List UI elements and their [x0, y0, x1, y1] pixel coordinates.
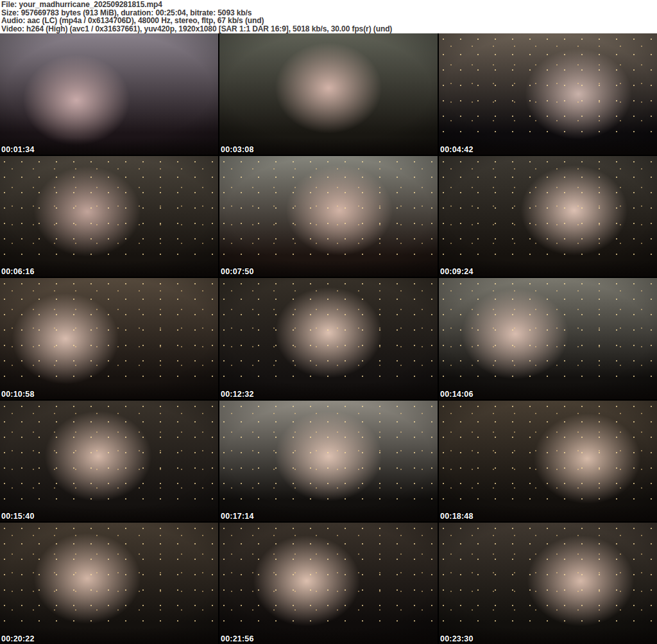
video-line: Video: h264 (High) (avc1 / 0x31637661), …: [1, 25, 657, 33]
thumbnail-frame: 00:04:42: [439, 33, 657, 155]
thumbnail-frame: 00:20:22: [0, 523, 218, 644]
timestamp-overlay: 00:03:08: [221, 145, 254, 154]
thumbnail-frame: 00:17:14: [219, 401, 438, 522]
file-info-header: File: your_madhurricane_202509281815.mp4…: [0, 0, 657, 33]
timestamp-overlay: 00:10:58: [1, 390, 35, 399]
timestamp-overlay: 00:07:50: [221, 267, 254, 276]
thumbnail-frame: 00:21:56: [219, 523, 438, 644]
thumbnail-frame: 00:23:30: [439, 523, 657, 644]
thumbnail-frame: 00:10:58: [0, 278, 218, 399]
timestamp-overlay: 00:14:06: [440, 390, 474, 399]
thumbnail-frame: 00:07:50: [219, 156, 438, 277]
thumbnail-frame: 00:14:06: [439, 278, 657, 399]
timestamp-overlay: 00:06:16: [1, 267, 35, 276]
thumbnail-frame: 00:18:48: [439, 401, 657, 522]
thumbnail-frame: 00:06:16: [0, 156, 218, 277]
contact-sheet: File: your_madhurricane_202509281815.mp4…: [0, 0, 657, 644]
thumbnail-grid: 00:01:34 00:03:08 00:04:42 00:06:16 00:0…: [0, 33, 657, 644]
thumbnail-frame: 00:09:24: [439, 156, 657, 277]
thumbnail-frame: 00:15:40: [0, 401, 218, 522]
timestamp-overlay: 00:01:34: [1, 145, 35, 154]
timestamp-overlay: 00:23:30: [440, 634, 474, 643]
timestamp-overlay: 00:09:24: [440, 267, 474, 276]
timestamp-overlay: 00:18:48: [440, 512, 474, 521]
thumbnail-frame: 00:12:32: [219, 278, 438, 399]
thumbnail-frame: 00:01:34: [0, 33, 218, 155]
timestamp-overlay: 00:20:22: [1, 634, 35, 643]
timestamp-overlay: 00:15:40: [1, 512, 35, 521]
timestamp-overlay: 00:17:14: [221, 512, 254, 521]
timestamp-overlay: 00:04:42: [440, 145, 474, 154]
thumbnail-frame: 00:03:08: [219, 33, 438, 155]
file-line: File: your_madhurricane_202509281815.mp4: [1, 1, 657, 9]
timestamp-overlay: 00:21:56: [221, 634, 254, 643]
audio-line: Audio: aac (LC) (mp4a / 0x6134706D), 480…: [1, 17, 657, 25]
timestamp-overlay: 00:12:32: [221, 390, 254, 399]
